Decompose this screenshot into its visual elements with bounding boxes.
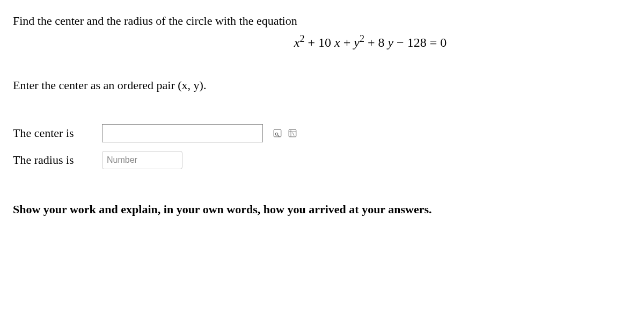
svg-point-1 [275,133,278,135]
center-row: The center is [13,124,631,142]
svg-rect-3 [289,129,296,137]
radius-input[interactable] [102,151,182,169]
eq-plus3: + 8 [364,35,388,49]
eq-plus1: + 10 [304,35,334,49]
show-work-prompt: Show your work and explain, in your own … [13,201,631,218]
equation: x2 + 10 x + y2 + 8 y − 128 = 0 [13,34,631,52]
radius-row: The radius is [13,151,631,169]
equation-help-icon[interactable] [287,127,298,139]
eq-x: x [294,35,300,49]
eq-x2: x [334,35,340,49]
instruction-text: Enter the center as an ordered pair (x, … [13,77,631,94]
center-input[interactable] [102,124,263,142]
eq-y2: y [387,35,393,49]
eq-sq2: 2 [360,33,364,44]
radius-label: The radius is [13,152,93,169]
eq-plus2: + [340,35,354,49]
question-intro: Find the center and the radius of the ci… [13,13,631,30]
eq-y: y [354,35,360,49]
eq-minus: − 128 = 0 [393,35,447,49]
equation-preview-icon[interactable] [272,127,283,139]
center-label: The center is [13,125,93,142]
